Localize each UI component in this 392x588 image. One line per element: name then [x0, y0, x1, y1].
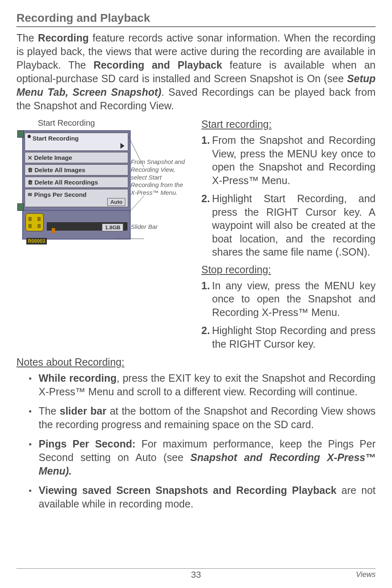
step-text: Highlight Stop Recording and press the R…: [212, 324, 376, 350]
bullet-icon: •: [29, 371, 39, 399]
bullet-icon: •: [29, 484, 39, 511]
page-number: 33: [191, 570, 201, 580]
figure-column: Start Recording Start Recording ✕ Delete…: [16, 118, 194, 355]
footer-section-label: Views: [356, 570, 376, 579]
start-recording-heading: Start recording:: [201, 118, 376, 130]
svg-line-0: [128, 136, 144, 167]
svg-line-1: [129, 196, 144, 212]
page-footer: 33 Views: [16, 568, 376, 579]
note-bullet-2: • The slider bar at the bottom of the Sn…: [29, 404, 376, 431]
bullet-icon: •: [29, 437, 39, 478]
start-step-1: 1. From the Snapshot and Recording View,…: [201, 134, 376, 187]
callout-lines: [22, 130, 145, 254]
figure-title: Start Recording: [16, 118, 194, 128]
intro-bold-recording: Recording: [38, 32, 89, 44]
stop-recording-heading: Stop recording:: [201, 264, 376, 276]
bullet-icon: •: [29, 404, 39, 431]
step-number: 1.: [201, 134, 212, 187]
note-bullet-4: • Viewing saved Screen Snapshots and Rec…: [29, 484, 376, 511]
step-number: 2.: [201, 324, 212, 350]
note-bullet-3: • Pings Per Second: For maximum performa…: [29, 437, 376, 478]
note-bold: Pings Per Second:: [39, 438, 136, 450]
step-number: 2.: [201, 192, 212, 259]
stop-step-1: 1. In any view, press the MENU key once …: [201, 279, 376, 319]
note-bold: Viewing saved Screen Snapshots and Recor…: [39, 484, 337, 496]
intro-text: The: [16, 32, 38, 44]
intro-bold-rp: Recording and Playback: [94, 59, 222, 71]
intro-paragraph: The Recording feature records active son…: [16, 31, 376, 113]
note-bold: While recording: [39, 372, 117, 384]
step-number: 1.: [201, 279, 212, 319]
note-bullet-1: • While recording, press the EXIT key to…: [29, 371, 376, 399]
instructions-column: Start recording: 1. From the Snapshot an…: [201, 118, 376, 355]
start-step-2: 2. Highlight Start Recording, and press …: [201, 192, 376, 259]
section-title: Recording and Playback: [16, 12, 376, 27]
note-text: The: [39, 405, 60, 417]
notes-heading: Notes about Recording:: [16, 356, 376, 368]
step-text: Highlight Start Recording, and press the…: [212, 192, 376, 259]
stop-step-2: 2. Highlight Stop Recording and press th…: [201, 324, 376, 350]
note-bold: slider bar: [60, 405, 106, 417]
step-text: From the Snapshot and Recording View, pr…: [212, 134, 376, 187]
step-text: In any view, press the MENU key once to …: [212, 279, 376, 319]
